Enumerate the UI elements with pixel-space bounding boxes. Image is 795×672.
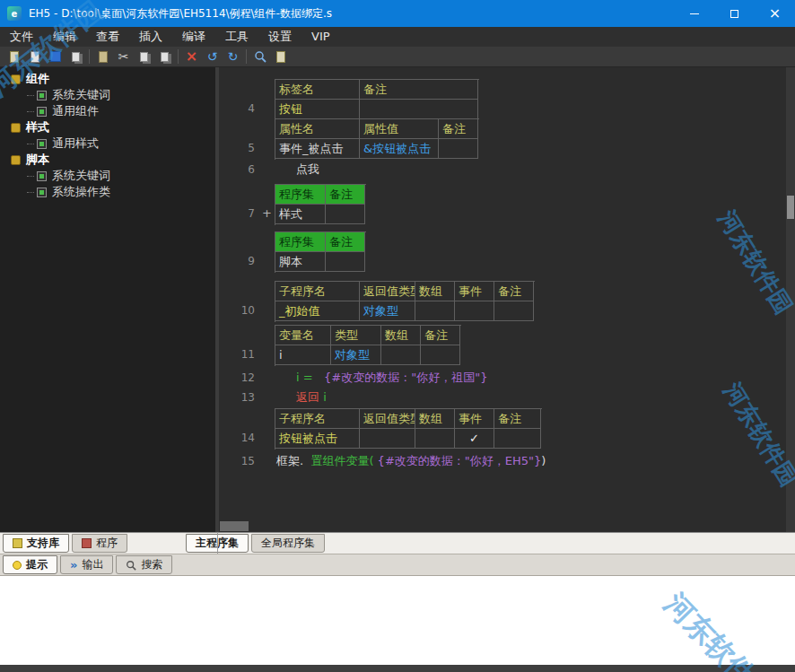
code-line[interactable]: 框架. 置组件变量( {#改变的数据："你好，EH5"})	[276, 452, 546, 470]
tab-search[interactable]: 搜索	[116, 555, 172, 574]
event-checkmark-cell[interactable]: ✓	[455, 429, 494, 449]
fold-marker[interactable]: +	[262, 206, 272, 221]
node-icon	[37, 91, 47, 100]
menu-file[interactable]: 文件	[0, 27, 43, 47]
property-name-cell[interactable]: 事件_被点击	[275, 139, 360, 159]
paste-button[interactable]	[92, 48, 113, 66]
tree-item-system-keywords-2[interactable]: 系统关键词	[0, 168, 215, 184]
subroutine-name-cell[interactable]: 按钮被点击	[275, 429, 360, 449]
tree-item-common-components[interactable]: 通用组件	[0, 103, 215, 119]
project-tree: 组件 系统关键词 通用组件 样式 通用样式 脚本 系统关键词 系统操作类	[0, 67, 215, 532]
menu-view[interactable]: 查看	[86, 27, 129, 47]
search-button[interactable]	[249, 48, 270, 66]
variable-name-cell[interactable]: i	[275, 345, 331, 365]
delete-button[interactable]: ×	[181, 48, 202, 66]
menu-edit[interactable]: 编辑	[43, 27, 86, 47]
minimize-button[interactable]	[674, 0, 714, 27]
horizontal-scrollbar-thumb[interactable]	[220, 521, 249, 531]
tree-item-system-keywords[interactable]: 系统关键词	[0, 87, 215, 103]
array-cell[interactable]	[415, 429, 455, 449]
save-icon	[50, 51, 61, 62]
tree-item-styles[interactable]: 样式	[0, 119, 215, 135]
close-button[interactable]: ×	[755, 0, 795, 27]
remark-cell[interactable]	[421, 345, 460, 365]
col-header: 数组	[381, 326, 421, 345]
menu-compile[interactable]: 编译	[172, 27, 215, 47]
undo-icon: ↺	[207, 50, 218, 63]
array-cell[interactable]	[381, 345, 421, 365]
col-header: 备注	[494, 409, 541, 429]
subroutine-name-cell[interactable]: _初始值	[275, 301, 360, 321]
node-icon	[37, 188, 47, 197]
open-file-button[interactable]	[24, 48, 45, 66]
menu-settings[interactable]: 设置	[258, 27, 301, 47]
line-number: 7	[224, 206, 255, 221]
pages-button[interactable]	[66, 48, 86, 66]
maximize-icon	[730, 10, 738, 18]
line-number: 4	[224, 101, 255, 116]
cut-button[interactable]: ✂	[113, 48, 134, 66]
folder-icon	[11, 74, 21, 84]
tree-label: 样式	[26, 119, 49, 135]
tab-hints[interactable]: 提示	[3, 555, 57, 574]
type-cell[interactable]: 对象型	[331, 345, 381, 365]
return-type-cell[interactable]	[360, 429, 415, 449]
save-button[interactable]	[45, 48, 66, 66]
assembly-name-cell[interactable]: 样式	[275, 205, 326, 224]
vertical-scrollbar[interactable]	[786, 67, 795, 532]
line-number: 10	[224, 303, 255, 318]
code-line[interactable]: 返回 i	[296, 388, 327, 406]
tag-name-cell[interactable]: 按钮	[275, 100, 360, 119]
program-icon	[82, 538, 92, 548]
toolbar: ✂ × ↺ ↻	[0, 47, 795, 67]
line-number: 5	[224, 141, 255, 155]
bulb-icon	[13, 561, 22, 570]
new-file-button[interactable]	[4, 48, 24, 66]
tree-item-components[interactable]: 组件	[0, 71, 215, 87]
copy-button[interactable]	[134, 48, 154, 66]
tab-support-library[interactable]: 支持库	[3, 534, 69, 553]
cut-icon: ✂	[118, 50, 129, 63]
property-value-cell[interactable]: &按钮被点击	[360, 139, 439, 159]
remark-cell[interactable]	[360, 100, 478, 119]
undo-button[interactable]: ↺	[202, 48, 223, 66]
tab-label: 输出	[82, 557, 103, 572]
new-file-icon	[10, 51, 19, 63]
menu-insert[interactable]: 插入	[129, 27, 172, 47]
tab-program[interactable]: 程序	[72, 534, 127, 553]
tab-output[interactable]: »输出	[60, 555, 113, 574]
code-line[interactable]: i = {#改变的数据："你好，祖国"}	[296, 369, 487, 387]
string-literal: {#改变的数据："你好，EH5"}	[378, 454, 542, 467]
remark-cell[interactable]	[439, 139, 478, 159]
col-header: 变量名	[275, 326, 331, 345]
code-line[interactable]: 点我	[296, 161, 319, 179]
code-token: 框架.	[276, 454, 303, 467]
tab-global-program-set[interactable]: 全局程序集	[251, 534, 325, 553]
remark-cell[interactable]	[494, 429, 541, 449]
return-type-cell[interactable]: 对象型	[360, 301, 415, 321]
menu-vip[interactable]: VIP	[301, 27, 340, 47]
col-header: 属性值	[360, 119, 439, 139]
goto-icon	[276, 51, 285, 63]
search-icon	[254, 50, 266, 63]
remark-cell[interactable]	[326, 205, 365, 224]
array-cell[interactable]	[415, 301, 455, 321]
remark-cell[interactable]	[326, 252, 365, 272]
vertical-scrollbar-thumb[interactable]	[787, 196, 794, 219]
goto-button[interactable]	[270, 48, 291, 66]
clone-button[interactable]	[154, 48, 175, 66]
redo-button[interactable]: ↻	[223, 48, 243, 66]
bottom-divider	[217, 532, 218, 554]
tree-item-common-styles[interactable]: 通用样式	[0, 135, 215, 152]
remark-cell[interactable]	[494, 301, 534, 321]
col-header: 类型	[331, 326, 381, 345]
assembly-name-cell[interactable]: 脚本	[275, 252, 326, 272]
event-cell[interactable]	[455, 301, 494, 321]
col-header: 返回值类型	[360, 409, 415, 429]
tree-item-system-ops[interactable]: 系统操作类	[0, 184, 215, 200]
bottom-tab-row-1: 支持库 程序 主程序集 全局程序集	[0, 532, 795, 554]
tree-item-scripts[interactable]: 脚本	[0, 152, 215, 168]
menu-tools[interactable]: 工具	[215, 27, 258, 47]
maximize-button[interactable]	[714, 0, 755, 27]
tree-label: 组件	[26, 71, 49, 87]
